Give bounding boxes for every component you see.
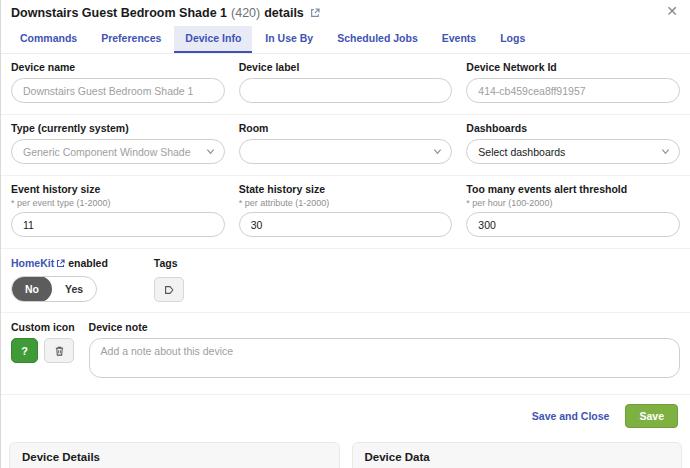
type-field-group: Type (currently system) Generic Componen… (11, 122, 225, 164)
homekit-label-line: HomeKit enabled (11, 257, 108, 269)
form-row-identity: Device name Device label Device Network … (1, 54, 690, 114)
too-many-events-hint: * per hour (100-2000) (466, 198, 680, 208)
dashboards-label: Dashboards (466, 122, 680, 134)
tags-group: Tags (154, 257, 184, 302)
device-network-id-input[interactable] (466, 78, 680, 103)
custom-icon-button[interactable]: ? (11, 338, 38, 363)
custom-icon-group: Custom icon ? (11, 321, 75, 382)
external-link-icon[interactable] (310, 8, 320, 18)
homekit-link[interactable]: HomeKit (11, 257, 65, 269)
device-network-id-field-group: Device Network Id (466, 61, 680, 103)
room-select[interactable] (239, 139, 453, 164)
device-network-id-label: Device Network Id (466, 61, 680, 73)
close-icon[interactable]: ✕ (666, 4, 678, 18)
tab-preferences[interactable]: Preferences (90, 26, 172, 53)
save-and-close-button[interactable]: Save and Close (532, 410, 610, 422)
tag-icon (163, 284, 175, 296)
tab-device-info[interactable]: Device Info (174, 26, 252, 53)
device-note-group: Device note (89, 321, 680, 382)
form-row-history: Event history size * per event type (1-2… (1, 175, 690, 248)
dashboards-select[interactable]: Select dashboards (466, 139, 680, 164)
device-note-label: Device note (89, 321, 680, 333)
event-history-label: Event history size (11, 183, 225, 195)
type-select[interactable]: Generic Component Window Shade (11, 139, 225, 164)
save-button[interactable]: Save (625, 404, 678, 428)
event-history-input[interactable] (11, 212, 225, 237)
device-details-panel: Device Details Create Time 7/10/2025, 2:… (9, 442, 340, 468)
details-label: details (264, 6, 304, 20)
state-history-input[interactable] (239, 212, 453, 237)
state-history-field-group: State history size * per attribute (1-20… (239, 183, 453, 237)
tab-logs[interactable]: Logs (489, 26, 536, 53)
custom-icon-label: Custom icon (11, 321, 75, 333)
external-link-icon (56, 259, 65, 268)
device-title: Downstairs Guest Bedroom Shade 1 (11, 6, 227, 20)
device-details-page: Downstairs Guest Bedroom Shade 1 (420) d… (1, 0, 690, 468)
too-many-events-input[interactable] (466, 212, 680, 237)
room-label: Room (239, 122, 453, 134)
save-row: Save and Close Save (1, 394, 690, 438)
trash-icon (54, 345, 65, 357)
too-many-events-label: Too many events alert threshold (466, 183, 680, 195)
form-row-note: Custom icon ? Device note (1, 312, 690, 394)
chevron-down-icon (661, 147, 670, 156)
dashboards-field-group: Dashboards Select dashboards (466, 122, 680, 164)
tab-in-use-by[interactable]: In Use By (254, 26, 324, 53)
type-label: Type (currently system) (11, 122, 225, 134)
homekit-toggle: No Yes (11, 276, 97, 302)
form-row-type: Type (currently system) Generic Componen… (1, 114, 690, 175)
device-details-title: Device Details (22, 451, 327, 463)
chevron-down-icon (206, 147, 215, 156)
homekit-enabled-label: enabled (68, 257, 108, 269)
device-data-title: Device Data (365, 451, 670, 463)
tab-events[interactable]: Events (431, 26, 487, 53)
device-note-textarea[interactable] (89, 338, 680, 378)
delete-icon-button[interactable] (44, 338, 74, 363)
tab-commands[interactable]: Commands (9, 26, 88, 53)
tab-bar: Commands Preferences Device Info In Use … (1, 26, 690, 54)
homekit-toggle-yes[interactable]: Yes (52, 276, 96, 302)
device-name-field-group: Device name (11, 61, 225, 103)
page-header: Downstairs Guest Bedroom Shade 1 (420) d… (1, 0, 690, 22)
tab-scheduled-jobs[interactable]: Scheduled Jobs (326, 26, 429, 53)
tags-button[interactable] (154, 277, 184, 302)
homekit-toggle-no[interactable]: No (12, 276, 52, 302)
state-history-hint: * per attribute (1-2000) (239, 198, 453, 208)
homekit-group: HomeKit enabled No Yes (11, 257, 108, 302)
tags-label: Tags (154, 257, 184, 269)
device-label-input[interactable] (239, 78, 453, 103)
state-history-label: State history size (239, 183, 453, 195)
device-name-input[interactable] (11, 78, 225, 103)
bottom-panels: Device Details Create Time 7/10/2025, 2:… (1, 438, 690, 468)
device-data-panel: Device Data Show raw names Component Lab… (352, 442, 683, 468)
page-title: Downstairs Guest Bedroom Shade 1 (420) d… (11, 6, 680, 20)
chevron-down-icon (433, 147, 442, 156)
room-field-group: Room (239, 122, 453, 164)
device-label-field-group: Device label (239, 61, 453, 103)
device-name-label: Device name (11, 61, 225, 73)
too-many-events-field-group: Too many events alert threshold * per ho… (466, 183, 680, 237)
device-label-label: Device label (239, 61, 453, 73)
form-row-homekit: HomeKit enabled No Yes Tags (1, 248, 690, 312)
event-history-field-group: Event history size * per event type (1-2… (11, 183, 225, 237)
device-id: (420) (231, 6, 260, 20)
event-history-hint: * per event type (1-2000) (11, 198, 225, 208)
